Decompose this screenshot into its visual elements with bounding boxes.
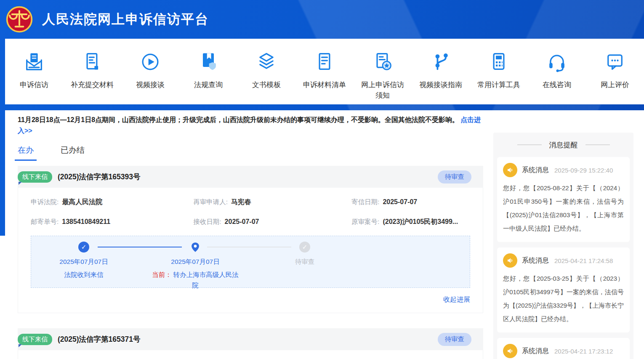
divider-line — [517, 144, 542, 145]
message-header: 系统消息 2025-04-21 17:24:58 — [503, 253, 624, 268]
message-timestamp: 2025-04-21 17:23:12 — [554, 348, 613, 355]
mail-petition-icon — [23, 50, 45, 74]
field-original-case-number: 原审案号:(2023)沪0105民初3499... — [351, 218, 470, 226]
status-badge: 待审查 — [438, 333, 472, 346]
document-template-icon — [255, 50, 277, 74]
speaker-icon — [503, 344, 517, 358]
timeline-step-current: 2025年07月07日 当前：转办上海市高级人民法院 — [149, 242, 242, 290]
nav-item-label: 网上申诉信访须知 — [358, 80, 407, 101]
current-prefix: 当前： — [152, 271, 172, 278]
message-header: 系统消息 2025-09-29 15:22:40 — [503, 163, 624, 177]
online-consult-icon — [546, 50, 568, 74]
case-card: 线下来信 (2025)法信字第165371号 待审查 — [18, 328, 483, 359]
tabs: 在办 已办结 — [18, 145, 483, 161]
progress-timeline: ✓ 2025年07月07日 法院收到来信 2025年07月0 — [31, 236, 470, 288]
field-receive-date: 接收日期:2025-07-07 — [193, 218, 351, 226]
nav-item-label: 申诉材料清单 — [303, 80, 346, 90]
message-item[interactable]: 系统消息 2025-04-21 17:24:58 您好，您【2025-03-25… — [497, 247, 630, 332]
divider-line — [585, 144, 610, 145]
case-card-header: 线下来信 (2025)法信字第165371号 待审查 — [18, 328, 483, 350]
speaker-icon — [503, 253, 517, 268]
calculator-icon — [488, 50, 510, 74]
collapse-progress-link[interactable]: 收起进展 — [31, 295, 470, 304]
message-type: 系统消息 — [522, 166, 549, 175]
field-value: (2023)沪0105民初3499... — [383, 218, 458, 225]
nav-item-label: 在线咨询 — [543, 80, 571, 90]
message-item[interactable]: 系统消息 2025-04-21 17:23:12 — [497, 338, 630, 359]
case-card-body: 申诉法院:最高人民法院 再审申请人:马宪春 寄信日期:2025-07-07 邮寄… — [18, 188, 483, 313]
nav-item-video-interview[interactable]: 视频接谈 — [121, 50, 179, 90]
messages-panel-header: 消息提醒 — [493, 133, 633, 157]
field-retrial-applicant: 再审申请人:马宪春 — [193, 198, 351, 207]
step-date: 2025年07月07日 — [37, 258, 130, 266]
offline-letter-badge: 线下来信 — [18, 334, 52, 345]
nav-item-label: 补充提交材料 — [71, 80, 114, 90]
nav-item-calculator-tools[interactable]: 常用计算工具 — [470, 50, 528, 90]
main-column: 11月28日18点—12月1日8点期间，山西法院停止使用；升级完成后，山西法院升… — [18, 114, 483, 359]
status-badge: 待审查 — [438, 170, 472, 183]
message-timestamp: 2025-09-29 15:22:40 — [554, 167, 613, 174]
check-circle-icon: ✓ — [78, 242, 89, 253]
notice-text: 11月28日18点—12月1日8点期间，山西法院停止使用；升级完成后，山西法院升… — [18, 116, 459, 123]
case-number: (2025)法信字第165393号 — [58, 172, 140, 182]
tab-completed[interactable]: 已办结 — [61, 145, 85, 161]
nav-item-online-notice[interactable]: 网上申诉信访须知 — [354, 50, 412, 101]
nav-item-label: 网上评价 — [601, 80, 629, 90]
court-emblem-logo — [6, 6, 33, 33]
message-timestamp: 2025-04-21 17:24:58 — [554, 257, 613, 264]
case-card-body — [18, 350, 483, 359]
field-label: 原审案号: — [351, 218, 379, 225]
nav-item-label: 视频接谈 — [136, 80, 165, 90]
field-label: 再审申请人: — [193, 198, 228, 205]
message-item[interactable]: 系统消息 2025-09-29 15:22:40 您好，您【2025-08-22… — [497, 157, 630, 242]
app-header: 人民法院网上申诉信访平台 — [0, 0, 644, 39]
online-review-icon — [604, 50, 626, 74]
case-card: 线下来信 (2025)法信字第165393号 待审查 申诉法院:最高人民法院 再… — [18, 166, 483, 313]
nav-item-material-list[interactable]: 申诉材料清单 — [295, 50, 354, 90]
step-date: 2025年07月07日 — [149, 258, 242, 266]
field-label: 申诉法院: — [31, 198, 59, 205]
field-value: 马宪春 — [231, 198, 251, 205]
message-content: 您好，您【2025-03-25】关于【（2023）沪0105民初34997号】一… — [503, 272, 624, 326]
message-type: 系统消息 — [522, 347, 549, 356]
check-circle-gray-icon: ✓ — [299, 242, 310, 253]
nav-item-online-consult[interactable]: 在线咨询 — [528, 50, 586, 90]
timeline-step-received: ✓ 2025年07月07日 法院收到来信 — [37, 242, 130, 280]
nav-item-supplement-materials[interactable]: 补充提交材料 — [63, 50, 121, 90]
field-value: 最高人民法院 — [62, 198, 102, 205]
message-header: 系统消息 2025-04-21 17:23:12 — [503, 344, 624, 358]
step-description: 待审查 — [258, 258, 351, 266]
case-number: (2025)法信字第165371号 — [58, 334, 140, 344]
tab-label: 已办结 — [61, 146, 85, 154]
nav-item-online-review[interactable]: 网上评价 — [586, 50, 644, 90]
timeline-step-pending-review: ✓ 待审查 — [258, 242, 351, 266]
field-mail-date: 寄信日期:2025-07-07 — [351, 198, 470, 207]
nav-item-video-guide[interactable]: 视频接谈指南 — [412, 50, 470, 90]
video-interview-icon — [139, 50, 161, 74]
notice-banner: 11月28日18点—12月1日8点期间，山西法院停止使用；升级完成后，山西法院升… — [18, 114, 483, 136]
message-type: 系统消息 — [522, 256, 549, 265]
offline-letter-badge: 线下来信 — [18, 171, 52, 183]
online-notice-icon — [372, 50, 394, 74]
tab-in-progress[interactable]: 在办 — [18, 145, 34, 161]
step-description: 当前：转办上海市高级人民法院 — [149, 269, 242, 290]
video-guide-icon — [430, 50, 452, 74]
field-label: 寄信日期: — [351, 198, 379, 205]
location-pin-icon — [190, 242, 201, 253]
case-card-header: 线下来信 (2025)法信字第165393号 待审查 — [18, 166, 483, 188]
page: 人民法院网上申诉信访平台 申诉信访 补充提交 — [0, 0, 644, 359]
nav-item-document-template[interactable]: 文书模板 — [237, 50, 295, 90]
nav-item-label: 申诉信访 — [20, 80, 48, 90]
current-action: 转办上海市高级人民法院 — [173, 271, 239, 289]
law-search-icon — [197, 50, 219, 74]
nav-item-law-search[interactable]: 法规查询 — [179, 50, 237, 90]
main-nav: 申诉信访 补充提交材料 视频接谈 — [5, 39, 644, 104]
message-content: 您好，您【2025-08-22】关于【（2024）沪01民申350号】一案的来信… — [503, 181, 624, 235]
messages-title: 消息提醒 — [549, 140, 578, 150]
field-tracking-number: 邮寄单号:1385410849211 — [31, 218, 193, 226]
supplement-document-icon — [81, 50, 103, 74]
nav-item-petition[interactable]: 申诉信访 — [5, 50, 63, 90]
speaker-icon — [503, 163, 517, 177]
nav-item-label: 法规查询 — [194, 80, 223, 90]
field-petition-court: 申诉法院:最高人民法院 — [31, 198, 193, 207]
